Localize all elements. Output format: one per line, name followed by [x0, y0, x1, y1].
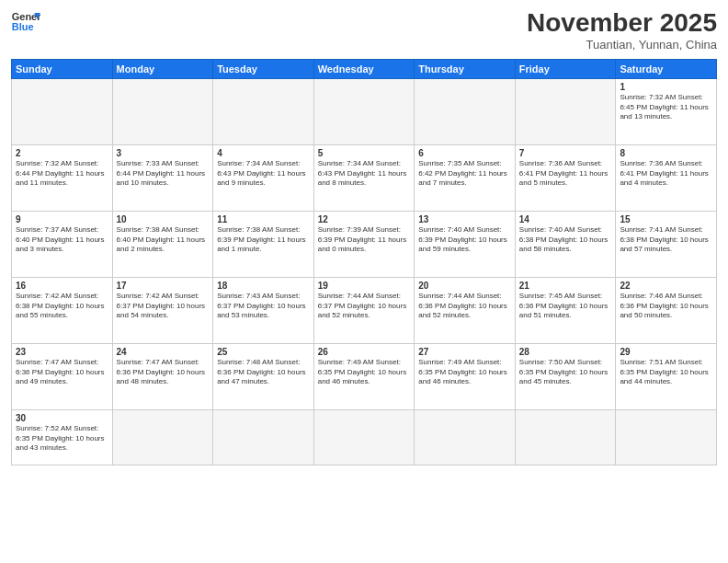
- day-number: 24: [117, 347, 210, 357]
- day-number: 20: [418, 281, 511, 291]
- day-info: Sunrise: 7:38 AM Sunset: 6:40 PM Dayligh…: [117, 225, 210, 255]
- week-row-3: 16Sunrise: 7:42 AM Sunset: 6:38 PM Dayli…: [12, 277, 717, 343]
- day-info: Sunrise: 7:51 AM Sunset: 6:35 PM Dayligh…: [620, 358, 712, 387]
- day-cell: [515, 409, 616, 465]
- logo-icon: General Blue: [11, 9, 40, 35]
- day-number: 23: [16, 347, 108, 357]
- title-block: November 2025 Tuantian, Yunnan, China: [527, 9, 717, 52]
- col-header-wednesday: Wednesday: [313, 59, 415, 78]
- col-header-sunday: Sunday: [12, 59, 113, 78]
- day-number: 17: [117, 281, 210, 291]
- day-cell: 18Sunrise: 7:43 AM Sunset: 6:37 PM Dayli…: [213, 277, 314, 343]
- week-row-4: 23Sunrise: 7:47 AM Sunset: 6:36 PM Dayli…: [12, 343, 717, 409]
- col-header-tuesday: Tuesday: [213, 59, 314, 78]
- day-info: Sunrise: 7:52 AM Sunset: 6:35 PM Dayligh…: [16, 424, 108, 454]
- day-cell: 7Sunrise: 7:36 AM Sunset: 6:41 PM Daylig…: [515, 144, 616, 211]
- day-number: 7: [519, 148, 612, 158]
- day-number: 2: [16, 148, 108, 158]
- col-header-friday: Friday: [515, 59, 616, 78]
- day-cell: 5Sunrise: 7:34 AM Sunset: 6:43 PM Daylig…: [313, 144, 415, 211]
- col-header-monday: Monday: [112, 59, 213, 78]
- day-cell: 13Sunrise: 7:40 AM Sunset: 6:39 PM Dayli…: [415, 211, 516, 277]
- day-info: Sunrise: 7:36 AM Sunset: 6:41 PM Dayligh…: [620, 159, 712, 189]
- day-cell: [515, 78, 616, 144]
- day-number: 16: [16, 281, 108, 291]
- day-number: 18: [217, 281, 310, 291]
- day-info: Sunrise: 7:44 AM Sunset: 6:36 PM Dayligh…: [418, 292, 511, 321]
- day-number: 27: [418, 347, 511, 357]
- header-row: SundayMondayTuesdayWednesdayThursdayFrid…: [12, 59, 717, 78]
- calendar: SundayMondayTuesdayWednesdayThursdayFrid…: [11, 59, 717, 465]
- day-info: Sunrise: 7:50 AM Sunset: 6:35 PM Dayligh…: [519, 358, 612, 387]
- week-row-1: 2Sunrise: 7:32 AM Sunset: 6:44 PM Daylig…: [12, 144, 717, 211]
- day-number: 19: [318, 281, 411, 291]
- day-cell: 22Sunrise: 7:46 AM Sunset: 6:36 PM Dayli…: [616, 277, 717, 343]
- week-row-0: 1Sunrise: 7:32 AM Sunset: 6:45 PM Daylig…: [12, 78, 717, 144]
- day-info: Sunrise: 7:48 AM Sunset: 6:36 PM Dayligh…: [217, 358, 310, 387]
- col-header-saturday: Saturday: [616, 59, 717, 78]
- day-number: 8: [620, 148, 712, 158]
- day-info: Sunrise: 7:35 AM Sunset: 6:42 PM Dayligh…: [418, 159, 511, 189]
- day-info: Sunrise: 7:34 AM Sunset: 6:43 PM Dayligh…: [217, 159, 310, 189]
- day-number: 3: [117, 148, 210, 158]
- day-info: Sunrise: 7:33 AM Sunset: 6:44 PM Dayligh…: [117, 159, 210, 189]
- day-info: Sunrise: 7:38 AM Sunset: 6:39 PM Dayligh…: [217, 225, 310, 255]
- day-cell: 10Sunrise: 7:38 AM Sunset: 6:40 PM Dayli…: [112, 211, 213, 277]
- day-number: 1: [620, 82, 712, 92]
- day-number: 12: [318, 214, 411, 224]
- day-info: Sunrise: 7:32 AM Sunset: 6:44 PM Dayligh…: [16, 159, 108, 189]
- header: General Blue November 2025 Tuantian, Yun…: [11, 9, 717, 52]
- day-cell: 27Sunrise: 7:49 AM Sunset: 6:35 PM Dayli…: [415, 343, 516, 409]
- day-cell: 23Sunrise: 7:47 AM Sunset: 6:36 PM Dayli…: [12, 343, 113, 409]
- day-info: Sunrise: 7:42 AM Sunset: 6:37 PM Dayligh…: [117, 292, 210, 321]
- day-cell: 9Sunrise: 7:37 AM Sunset: 6:40 PM Daylig…: [12, 211, 113, 277]
- day-number: 22: [620, 281, 712, 291]
- day-info: Sunrise: 7:40 AM Sunset: 6:38 PM Dayligh…: [519, 225, 612, 255]
- day-cell: [213, 78, 314, 144]
- week-row-2: 9Sunrise: 7:37 AM Sunset: 6:40 PM Daylig…: [12, 211, 717, 277]
- day-cell: [415, 78, 516, 144]
- day-number: 10: [117, 214, 210, 224]
- day-cell: 28Sunrise: 7:50 AM Sunset: 6:35 PM Dayli…: [515, 343, 616, 409]
- day-info: Sunrise: 7:39 AM Sunset: 6:39 PM Dayligh…: [318, 225, 411, 255]
- day-info: Sunrise: 7:34 AM Sunset: 6:43 PM Dayligh…: [318, 159, 411, 189]
- day-cell: 2Sunrise: 7:32 AM Sunset: 6:44 PM Daylig…: [12, 144, 113, 211]
- day-info: Sunrise: 7:49 AM Sunset: 6:35 PM Dayligh…: [318, 358, 411, 387]
- day-info: Sunrise: 7:44 AM Sunset: 6:37 PM Dayligh…: [318, 292, 411, 321]
- day-number: 13: [418, 214, 511, 224]
- day-number: 21: [519, 281, 612, 291]
- month-year: November 2025: [527, 9, 717, 38]
- day-number: 25: [217, 347, 310, 357]
- day-cell: 15Sunrise: 7:41 AM Sunset: 6:38 PM Dayli…: [616, 211, 717, 277]
- day-cell: 24Sunrise: 7:47 AM Sunset: 6:36 PM Dayli…: [112, 343, 213, 409]
- day-cell: 21Sunrise: 7:45 AM Sunset: 6:36 PM Dayli…: [515, 277, 616, 343]
- day-cell: [313, 409, 415, 465]
- day-info: Sunrise: 7:43 AM Sunset: 6:37 PM Dayligh…: [217, 292, 310, 321]
- day-info: Sunrise: 7:32 AM Sunset: 6:45 PM Dayligh…: [620, 93, 712, 122]
- day-cell: 14Sunrise: 7:40 AM Sunset: 6:38 PM Dayli…: [515, 211, 616, 277]
- day-number: 5: [318, 148, 411, 158]
- day-number: 6: [418, 148, 511, 158]
- week-row-5: 30Sunrise: 7:52 AM Sunset: 6:35 PM Dayli…: [12, 409, 717, 465]
- day-cell: 17Sunrise: 7:42 AM Sunset: 6:37 PM Dayli…: [112, 277, 213, 343]
- page: General Blue November 2025 Tuantian, Yun…: [0, 0, 728, 563]
- day-cell: 19Sunrise: 7:44 AM Sunset: 6:37 PM Dayli…: [313, 277, 415, 343]
- day-number: 11: [217, 214, 310, 224]
- day-cell: 3Sunrise: 7:33 AM Sunset: 6:44 PM Daylig…: [112, 144, 213, 211]
- col-header-thursday: Thursday: [415, 59, 516, 78]
- day-number: 29: [620, 347, 712, 357]
- svg-text:Blue: Blue: [12, 21, 34, 32]
- day-cell: [12, 78, 113, 144]
- day-number: 9: [16, 214, 108, 224]
- day-number: 4: [217, 148, 310, 158]
- day-info: Sunrise: 7:49 AM Sunset: 6:35 PM Dayligh…: [418, 358, 511, 387]
- day-info: Sunrise: 7:40 AM Sunset: 6:39 PM Dayligh…: [418, 225, 511, 255]
- day-info: Sunrise: 7:42 AM Sunset: 6:38 PM Dayligh…: [16, 292, 108, 321]
- day-number: 15: [620, 214, 712, 224]
- day-cell: [112, 409, 213, 465]
- day-info: Sunrise: 7:47 AM Sunset: 6:36 PM Dayligh…: [16, 358, 108, 387]
- day-info: Sunrise: 7:41 AM Sunset: 6:38 PM Dayligh…: [620, 225, 712, 255]
- day-cell: 25Sunrise: 7:48 AM Sunset: 6:36 PM Dayli…: [213, 343, 314, 409]
- day-cell: 4Sunrise: 7:34 AM Sunset: 6:43 PM Daylig…: [213, 144, 314, 211]
- day-cell: 30Sunrise: 7:52 AM Sunset: 6:35 PM Dayli…: [12, 409, 113, 465]
